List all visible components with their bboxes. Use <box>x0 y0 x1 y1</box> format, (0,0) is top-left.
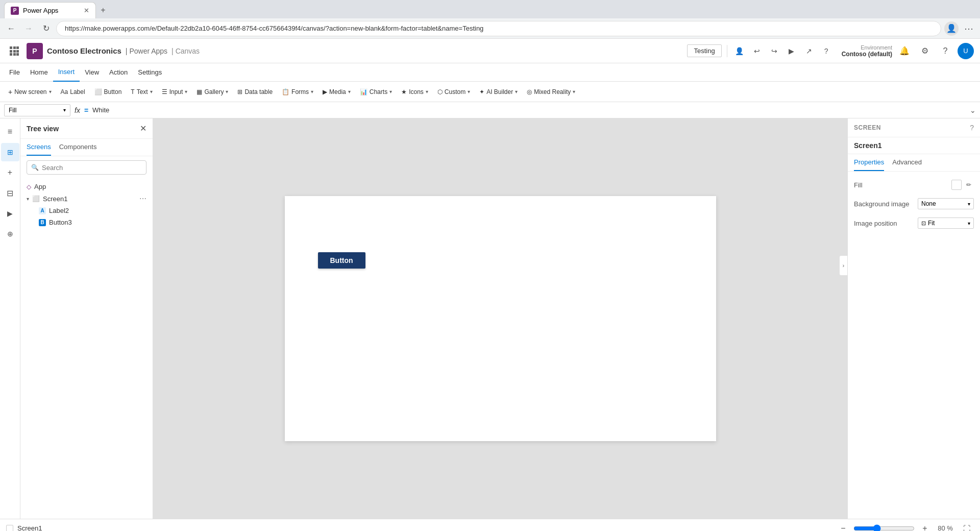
left-icon-data[interactable]: ⊟ <box>1 184 19 202</box>
right-tab-properties[interactable]: Properties <box>854 154 884 171</box>
tree-close-button[interactable]: ✕ <box>140 124 146 133</box>
right-tab-advanced[interactable]: Advanced <box>892 154 922 171</box>
browser-nav: ← → ↻ https://make.powerapps.com/e/Defau… <box>0 18 980 39</box>
formula-dropdown[interactable]: Fill ▾ <box>4 104 70 116</box>
share-button[interactable]: ↗ <box>802 44 816 58</box>
user-avatar[interactable]: U <box>958 43 974 59</box>
fill-property-row: Fill ✏ <box>854 180 974 190</box>
forward-button[interactable]: → <box>21 21 36 36</box>
tree-item-app[interactable]: ◇ App <box>20 181 153 192</box>
tab-components[interactable]: Components <box>59 139 97 156</box>
text-button[interactable]: T Text ▾ <box>127 84 156 100</box>
address-bar[interactable]: https://make.powerapps.com/e/Default-22d… <box>56 21 941 36</box>
canvas-button[interactable]: Button <box>318 252 365 269</box>
bottom-screen-checkbox[interactable] <box>6 525 13 532</box>
right-panel-expand-arrow[interactable]: › <box>839 255 847 276</box>
canvas-area: Button <box>153 118 847 519</box>
button-tree-icon: B <box>39 219 46 226</box>
play-button[interactable]: ▶ <box>785 44 799 58</box>
tree-item-screen1[interactable]: ▾ ⬜ Screen1 ⋯ <box>20 192 153 205</box>
left-icon-insert[interactable]: + <box>1 163 19 182</box>
tree-item-screen1-label: Screen1 <box>43 195 136 203</box>
notification-button[interactable]: 🔔 <box>896 43 913 59</box>
menu-item-settings[interactable]: Settings <box>133 65 167 80</box>
back-button[interactable]: ← <box>4 21 18 36</box>
chevron-down-icon: ▾ <box>27 196 29 202</box>
mixed-reality-button[interactable]: ◎ Mixed Reality ▾ <box>523 84 579 100</box>
left-icon-variables[interactable]: ⊕ <box>1 225 19 243</box>
help-header-button[interactable]: ? <box>937 43 953 59</box>
icons-icon: ★ <box>401 88 407 95</box>
tab-screens[interactable]: Screens <box>27 139 51 156</box>
new-screen-button[interactable]: + New screen ▾ <box>4 84 56 100</box>
gallery-button[interactable]: ▦ Gallery ▾ <box>192 84 232 100</box>
right-panel-screen-name: Screen1 <box>848 137 980 154</box>
forms-arrow: ▾ <box>311 89 313 94</box>
new-tab-button[interactable]: + <box>96 3 110 17</box>
input-button[interactable]: ☰ Input ▾ <box>158 84 192 100</box>
app-canvas-label: | Canvas <box>172 47 200 55</box>
formula-input[interactable] <box>92 106 966 114</box>
menu-dots[interactable]: ⋯ <box>962 21 976 36</box>
plus-icon: + <box>101 6 105 15</box>
bottom-screen-name: Screen1 <box>17 524 42 531</box>
menu-item-action[interactable]: Action <box>104 65 133 80</box>
env-label: Environment <box>842 44 892 51</box>
charts-button[interactable]: 📊 Charts ▾ <box>356 84 396 100</box>
text-arrow: ▾ <box>150 89 153 94</box>
waffle-menu-button[interactable] <box>6 43 22 59</box>
label-icon: Aa <box>61 88 68 95</box>
settings-button[interactable]: ⚙ <box>917 43 933 59</box>
icons-button[interactable]: ★ Icons ▾ <box>397 84 432 100</box>
media-arrow: ▾ <box>348 89 351 94</box>
fill-color-edit-icon[interactable]: ✏ <box>964 180 974 190</box>
tree-search-box[interactable]: 🔍 <box>27 160 146 175</box>
browser-tab[interactable]: P Power Apps ✕ <box>4 2 96 18</box>
formula-expand-icon[interactable]: ⌄ <box>970 106 976 114</box>
button-insert-button[interactable]: ⬜ Button <box>90 84 126 100</box>
forms-button[interactable]: 📋 Forms ▾ <box>278 84 317 100</box>
zoom-minus-button[interactable]: − <box>837 522 849 532</box>
zoom-plus-button[interactable]: + <box>919 522 931 532</box>
label-button[interactable]: Aa Label <box>57 84 89 100</box>
undo-button[interactable]: ↩ <box>750 44 764 58</box>
app-logo: P <box>27 43 43 59</box>
canvas-frame[interactable]: Button <box>285 196 716 441</box>
menu-item-view[interactable]: View <box>80 65 104 80</box>
redo-button[interactable]: ↪ <box>767 44 781 58</box>
media-button[interactable]: ▶ Media ▾ <box>318 84 355 100</box>
ai-builder-button[interactable]: ✦ AI Builder ▾ <box>475 84 522 100</box>
menu-item-home[interactable]: Home <box>25 65 53 80</box>
menu-item-insert[interactable]: Insert <box>53 63 80 82</box>
right-panel-body: Fill ✏ Background image None ▾ Image pos… <box>848 172 980 237</box>
custom-button[interactable]: ⬡ Custom ▾ <box>433 84 474 100</box>
tab-close-icon[interactable]: ✕ <box>84 7 89 14</box>
menu-item-file[interactable]: File <box>4 65 25 80</box>
app-product: | Power Apps <box>126 47 167 55</box>
data-table-button[interactable]: ⊞ Data table <box>233 84 277 100</box>
screen1-more-icon[interactable]: ⋯ <box>139 195 146 203</box>
tree-item-button3-label: Button3 <box>49 219 72 226</box>
refresh-button[interactable]: ↻ <box>39 21 53 36</box>
input-icon: ☰ <box>162 88 167 95</box>
help-button[interactable]: ? <box>819 44 834 58</box>
app-name-badge[interactable]: Testing <box>687 44 721 57</box>
svg-rect-2 <box>16 46 19 49</box>
background-image-dropdown[interactable]: None ▾ <box>918 198 974 209</box>
left-icon-media[interactable]: ▶ <box>1 204 19 223</box>
right-panel-help-icon[interactable]: ? <box>970 124 974 132</box>
search-input[interactable] <box>42 164 142 172</box>
user-icon-button[interactable]: 👤 <box>732 44 747 58</box>
fill-value[interactable]: ✏ <box>951 180 974 190</box>
env-info: Environment Contoso (default) <box>842 44 892 58</box>
formula-dropdown-arrow: ▾ <box>63 107 66 113</box>
image-position-dropdown[interactable]: ⊡ Fit ▾ <box>918 218 974 229</box>
left-icon-menu[interactable]: ≡ <box>1 123 19 141</box>
profile-icon[interactable]: 👤 <box>944 21 959 36</box>
app-tree-icon: ◇ <box>27 183 31 190</box>
tree-item-button3[interactable]: B Button3 <box>20 216 153 228</box>
left-icon-screens[interactable]: ⊞ <box>1 143 19 161</box>
expand-canvas-button[interactable]: ⛶ <box>960 521 974 532</box>
zoom-slider[interactable] <box>853 524 915 532</box>
tree-item-label2[interactable]: A Label2 <box>20 205 153 216</box>
